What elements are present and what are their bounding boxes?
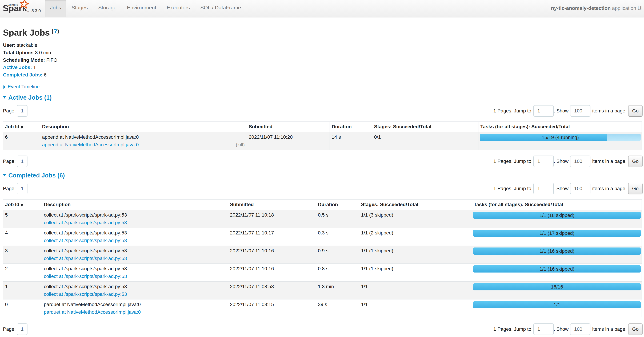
svg-text:TM: TM <box>26 10 29 12</box>
